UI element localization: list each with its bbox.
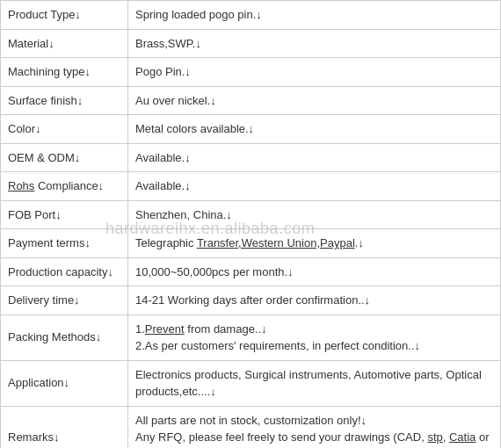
row-value: Available.↓ — [128, 172, 501, 201]
table-row: Product Type↓Spring loaded pogo pin.↓ — [1, 1, 501, 30]
product-table-wrapper: hardwareihx.en.alibaba.com Product Type↓… — [0, 0, 501, 448]
table-row: FOB Port↓Shenzhen, China.↓ — [1, 200, 501, 229]
row-label: Product Type↓ — [1, 1, 128, 30]
row-value: Brass,SWP.↓ — [128, 29, 501, 58]
table-row: Surface finish↓Au over nickel.↓ — [1, 86, 501, 115]
row-label: Machining type↓ — [1, 58, 128, 87]
row-label: Application↓ — [1, 360, 128, 406]
row-value: Metal colors available.↓ — [128, 115, 501, 144]
row-value: Available.↓ — [128, 143, 501, 172]
row-value: Electronics products, Surgical instrumen… — [128, 360, 501, 406]
row-label: Material↓ — [1, 29, 128, 58]
table-row: Machining type↓Pogo Pin.↓ — [1, 58, 501, 87]
row-value: Pogo Pin.↓ — [128, 58, 501, 87]
row-label: Payment terms↓ — [1, 229, 128, 258]
row-value: 1.Prevent from damage..↓2.As per custome… — [128, 314, 501, 360]
row-label: Remarks↓ — [1, 406, 128, 448]
row-value: 10,000~50,000pcs per month.↓ — [128, 257, 501, 286]
row-label: Packing Methods↓ — [1, 314, 128, 360]
row-value: 14-21 Working days after order confirmat… — [128, 286, 501, 315]
table-row: Rohs Compliance↓Available.↓ — [1, 172, 501, 201]
table-row: Application↓Electronics products, Surgic… — [1, 360, 501, 406]
table-row: Packing Methods↓1.Prevent from damage..↓… — [1, 314, 501, 360]
row-value: Telegraphic Transfer,Western Union,Paypa… — [128, 229, 501, 258]
table-row: OEM & ODM↓Available.↓ — [1, 143, 501, 172]
row-label: Rohs Compliance↓ — [1, 172, 128, 201]
row-value: All parts are not in stock, customizatio… — [128, 406, 501, 448]
row-value: Au over nickel.↓ — [128, 86, 501, 115]
table-row: Color↓Metal colors available.↓ — [1, 115, 501, 144]
table-row: Payment terms↓Telegraphic Transfer,Weste… — [1, 229, 501, 258]
row-label: Delivery time↓ — [1, 286, 128, 315]
row-label: Surface finish↓ — [1, 86, 128, 115]
row-label: OEM & ODM↓ — [1, 143, 128, 172]
row-label: FOB Port↓ — [1, 200, 128, 229]
row-value: Shenzhen, China.↓ — [128, 200, 501, 229]
table-row: Remarks↓All parts are not in stock, cust… — [1, 406, 501, 448]
row-label: Production capacity↓ — [1, 257, 128, 286]
row-label: Color↓ — [1, 115, 128, 144]
row-value: Spring loaded pogo pin.↓ — [128, 1, 501, 30]
table-row: Material↓Brass,SWP.↓ — [1, 29, 501, 58]
table-row: Production capacity↓10,000~50,000pcs per… — [1, 257, 501, 286]
product-specs-table: Product Type↓Spring loaded pogo pin.↓Mat… — [0, 0, 501, 448]
table-row: Delivery time↓14-21 Working days after o… — [1, 286, 501, 315]
